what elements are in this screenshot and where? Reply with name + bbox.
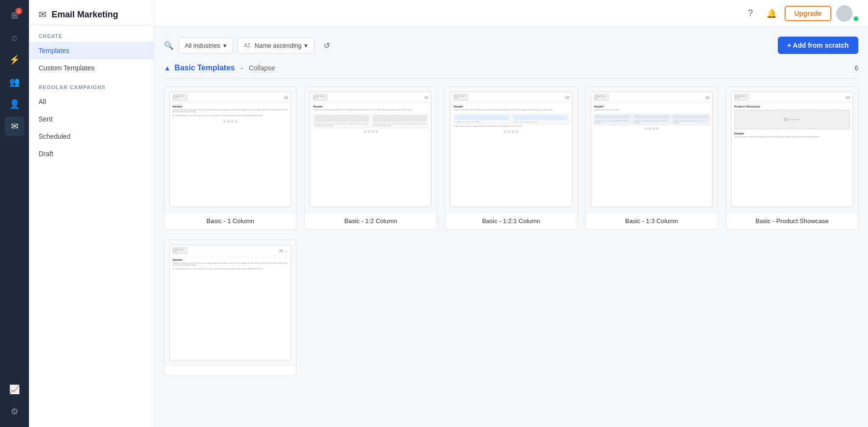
mini-body-text: Congrats, you've chosen your template. N… bbox=[170, 109, 291, 115]
email-preview-icon: ✉ bbox=[284, 95, 288, 100]
template-preview-12col: UPLOAD YOUR LOGO ✉ Header Congrats, you'… bbox=[305, 87, 436, 212]
mini-col-right: Congrats, you've chosen your template. N… bbox=[371, 114, 429, 128]
app-title: Email Marketing bbox=[52, 10, 118, 20]
product-image-placeholder: 🖼 Add a product photo bbox=[734, 110, 850, 129]
social-icon-tw bbox=[367, 130, 370, 133]
mini-body-text: Congrats, you've chosen your template. N… bbox=[170, 262, 291, 268]
social-icon-tw bbox=[508, 130, 511, 133]
logo-placeholder: UPLOAD YOUR LOGO bbox=[173, 247, 187, 254]
mini-heading: Header bbox=[170, 103, 291, 109]
template-name-13col: Basic - 1:3 Column bbox=[586, 212, 718, 229]
create-section-label: CREATE bbox=[29, 26, 154, 42]
sidebar-item-draft[interactable]: Draft bbox=[29, 145, 154, 162]
add-from-scratch-button[interactable]: + Add from scratch bbox=[778, 37, 858, 54]
logo-placeholder: UPLOAD YOUR LOGO bbox=[594, 94, 609, 101]
separator: - bbox=[241, 64, 243, 72]
mini-heading: Header bbox=[732, 130, 853, 136]
mini-heading: Header bbox=[310, 103, 431, 109]
template-preview-13col: UPLOAD YOUR LOGO ✉ Header Congrats, you'… bbox=[586, 87, 718, 212]
mini-heading: Header bbox=[170, 256, 291, 262]
notifications-button[interactable]: 🔔 bbox=[763, 5, 780, 22]
collapse-arrow-icon[interactable]: ▲ bbox=[164, 64, 171, 72]
mini-col-right: Congrats, you've chosen your template... bbox=[512, 114, 569, 124]
email-preview-icon: ✉ bbox=[846, 95, 850, 100]
reset-button[interactable]: ↺ bbox=[319, 38, 334, 53]
social-icon-yt bbox=[235, 120, 238, 123]
template-card-basic-forward[interactable]: UPLOAD YOUR LOGO ✉→ Header Congrats, you… bbox=[164, 240, 297, 376]
mini-body-text2: Or, if visual creativity is not your for… bbox=[170, 268, 291, 272]
sidebar-item-subscribers[interactable]: 👤 bbox=[5, 94, 24, 114]
mini-body-text2: Congrats, you've chosen your template. N… bbox=[450, 125, 571, 129]
template-preview-forward: UPLOAD YOUR LOGO ✉→ Header Congrats, you… bbox=[164, 240, 296, 365]
template-name-12col: Basic - 1:2 Column bbox=[305, 212, 436, 229]
search-icon: 🔍 bbox=[164, 41, 174, 50]
template-preview-121col: UPLOAD YOUR LOGO ✉ Header Congrats, you'… bbox=[445, 87, 577, 212]
mini-body-text: Congrats, you've chosen your template. N… bbox=[450, 109, 571, 113]
mini-heading-product: Product Showcase bbox=[732, 103, 853, 109]
template-name-forward bbox=[164, 365, 296, 375]
sidebar-item-email[interactable]: ✉ bbox=[5, 117, 24, 136]
mini-body-text: Congrats, you've chosen your template. N… bbox=[310, 109, 431, 113]
template-grid: UPLOAD YOUR LOGO ✉ Header Congrats, you'… bbox=[164, 86, 858, 230]
sidebar-item-scheduled[interactable]: Scheduled bbox=[29, 128, 154, 145]
sidebar-item-contacts[interactable]: 👥 bbox=[5, 72, 24, 92]
social-icon-ig bbox=[652, 127, 655, 130]
social-icon-ig bbox=[371, 130, 374, 133]
template-preview-1col: UPLOAD YOUR LOGO ✉ Header Congrats, you'… bbox=[164, 87, 296, 212]
mini-heading: Header bbox=[591, 103, 712, 109]
sidebar-item-analytics[interactable]: 📈 bbox=[5, 380, 24, 399]
sidebar-item-templates[interactable]: Templates bbox=[29, 42, 154, 59]
logo-placeholder: UPLOAD YOUR LOGO bbox=[453, 94, 468, 101]
template-card-basic-1col[interactable]: UPLOAD YOUR LOGO ✉ Header Congrats, you'… bbox=[164, 86, 297, 230]
sort-az-icon: AZ bbox=[244, 42, 251, 48]
regular-campaigns-label: REGULAR CAMPAIGNS bbox=[29, 77, 154, 93]
logo-placeholder: UPLOAD YOUR LOGO bbox=[734, 94, 749, 101]
sidebar-item-custom-templates[interactable]: Custom Templates bbox=[29, 59, 154, 77]
social-icon-fb bbox=[364, 130, 366, 133]
icon-bar: ⊞ 1 ⌂ ⚡ 👥 👤 ✉ 📈 ⚙ bbox=[0, 0, 29, 427]
social-icon-ig bbox=[231, 120, 234, 123]
sidebar-item-home[interactable]: ⌂ bbox=[5, 28, 24, 47]
mini-body-text: Catch your customers' attention by showi… bbox=[732, 136, 853, 140]
mini-col-left: Congrats, you've chosen your template. N… bbox=[313, 114, 370, 128]
social-icon-fb bbox=[223, 120, 226, 123]
template-name-product: Basic - Product Showcase bbox=[726, 212, 858, 229]
section-count: 6 bbox=[854, 64, 858, 72]
sidebar-item-settings[interactable]: ⚙ bbox=[5, 402, 24, 421]
template-preview-product: UPLOAD YOUR LOGO ✉ Product Showcase 🖼 Ad… bbox=[726, 87, 858, 212]
chevron-down-icon-sort: ▾ bbox=[304, 42, 308, 49]
mini-col-left: Congrats, you've chosen your template... bbox=[453, 114, 511, 124]
content-area: 🔍 All industries ▾ AZ Name ascending ▾ ↺… bbox=[154, 27, 868, 427]
section-title: Basic Templates bbox=[175, 64, 235, 72]
help-button[interactable]: ? bbox=[742, 5, 759, 22]
mini-body-text: Congrats, you've chosen your template... bbox=[591, 109, 712, 113]
template-card-basic-13col[interactable]: UPLOAD YOUR LOGO ✉ Header Congrats, you'… bbox=[585, 86, 718, 230]
sidebar: ✉ Email Marketing CREATE Templates Custo… bbox=[29, 0, 154, 427]
logo-placeholder: UPLOAD YOUR LOGO bbox=[313, 94, 327, 101]
sidebar-item-all[interactable]: All bbox=[29, 93, 154, 110]
logo-placeholder: UPLOAD YOUR LOGO bbox=[173, 94, 187, 101]
upgrade-button[interactable]: Upgrade bbox=[785, 6, 831, 21]
avatar[interactable] bbox=[836, 5, 853, 22]
online-status-dot bbox=[854, 16, 858, 21]
template-name-1col: Basic - 1 Column bbox=[164, 212, 296, 229]
topbar: ? 🔔 Upgrade bbox=[154, 0, 868, 27]
email-preview-icon: ✉ bbox=[424, 95, 428, 100]
sidebar-item-campaigns[interactable]: ⚡ bbox=[5, 50, 24, 69]
mini-body-text2: Or, if visual creativity is not your for… bbox=[170, 115, 291, 119]
social-icon-ig bbox=[512, 130, 515, 133]
email-preview-icon: ✉ bbox=[705, 95, 709, 100]
sidebar-item-apps[interactable]: ⊞ 1 bbox=[5, 6, 24, 25]
template-card-basic-121col[interactable]: UPLOAD YOUR LOGO ✉ Header Congrats, you'… bbox=[445, 86, 577, 230]
sidebar-header: ✉ Email Marketing bbox=[29, 0, 154, 26]
industry-filter[interactable]: All industries ▾ bbox=[178, 38, 233, 53]
sidebar-item-sent[interactable]: Sent bbox=[29, 110, 154, 128]
social-icon-yt bbox=[656, 127, 659, 130]
sort-filter[interactable]: AZ Name ascending ▾ bbox=[238, 38, 314, 53]
template-card-basic-12col[interactable]: UPLOAD YOUR LOGO ✉ Header Congrats, you'… bbox=[304, 86, 437, 230]
social-icon-fb bbox=[504, 130, 507, 133]
collapse-link[interactable]: Collapse bbox=[249, 64, 275, 72]
template-card-basic-product[interactable]: UPLOAD YOUR LOGO ✉ Product Showcase 🖼 Ad… bbox=[726, 86, 858, 230]
template-name-121col: Basic - 1:2:1 Column bbox=[445, 212, 577, 229]
mini-heading: Header bbox=[450, 103, 571, 109]
